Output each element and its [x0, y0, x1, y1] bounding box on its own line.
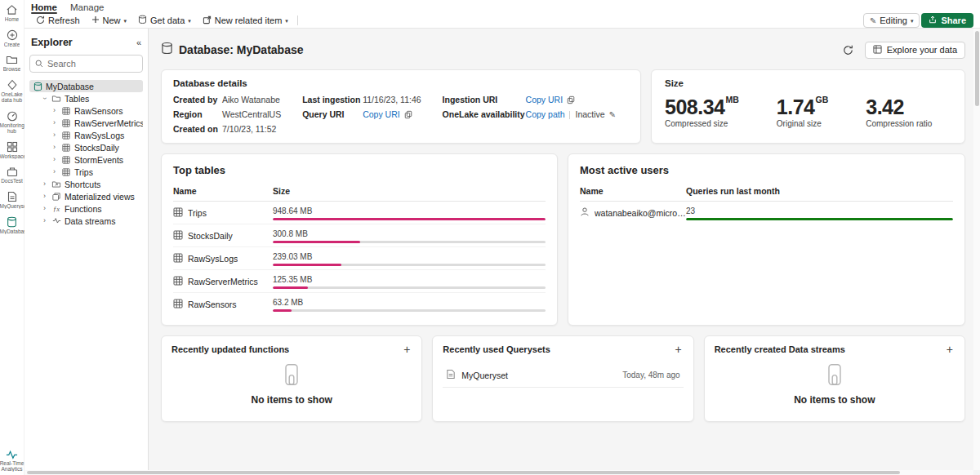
user-row[interactable]: watanabeaiko@microsoft.com 23 [580, 202, 953, 224]
tab-manage[interactable]: Manage [70, 2, 105, 13]
add-queryset-button[interactable]: + [673, 344, 683, 355]
tree-item-functions[interactable]: › ƒx Functions [29, 202, 143, 215]
rail-item-home[interactable]: Home [0, 4, 24, 22]
table-row[interactable]: Trips 948.64 MB [173, 202, 546, 224]
tree-item-mydatabase[interactable]: MyDatabase [29, 80, 143, 92]
rail-item-realtime-analytics[interactable]: Real-Time Analytics [0, 450, 24, 472]
chevron-collapsed-icon[interactable]: › [51, 168, 58, 175]
table-row[interactable]: StocksDaily 300.8 MB [173, 224, 546, 247]
tree-item-table[interactable]: › RawSysLogs [29, 129, 143, 141]
copy-path-link[interactable]: Copy path [526, 109, 565, 120]
tree-item-materialized-views[interactable]: › Materialized views [29, 190, 143, 202]
tree-item-table[interactable]: › StocksDaily [29, 141, 143, 153]
table-icon [61, 119, 71, 127]
table-row[interactable]: RawServerMetrics 125.35 MB [173, 270, 546, 293]
new-button[interactable]: New ▾ [87, 14, 132, 27]
get-data-button[interactable]: Get data ▾ [133, 13, 196, 28]
copy-icon[interactable] [404, 110, 412, 119]
database-details-card: Database details Created byAiko Watanabe… [161, 69, 641, 144]
chevron-collapsed-icon[interactable]: › [41, 193, 48, 200]
explore-your-data-button[interactable]: Explore your data [865, 42, 965, 59]
vertical-scrollbar-thumb[interactable] [975, 31, 979, 106]
explorer-header: Explorer « [29, 37, 143, 55]
column-header-name: Name [173, 186, 273, 196]
main-content: Database: MyDatabase Explore your data D… [149, 29, 980, 475]
chevron-collapsed-icon[interactable]: › [41, 217, 48, 224]
new-related-item-button[interactable]: New related item ▾ [198, 14, 293, 28]
rail-item-onelake-data-hub[interactable]: OneLake data hub [0, 79, 24, 103]
metric-original-size: 1.74GB Original size [777, 95, 828, 128]
edit-pencil-icon[interactable]: ✎ [609, 109, 616, 120]
share-button[interactable]: Share [921, 13, 973, 28]
tree-item-table[interactable]: › StormEvents [29, 153, 143, 166]
app-root: Home Create Browse OneLake data hub Moni… [0, 0, 980, 475]
tree-item-data-streams[interactable]: › Data streams [29, 215, 143, 227]
collapse-panel-icon[interactable]: « [136, 38, 141, 47]
chevron-collapsed-icon[interactable]: › [41, 180, 48, 188]
share-label: Share [941, 16, 966, 25]
rail-item-create[interactable]: Create [0, 29, 24, 47]
queries-bar-track [686, 218, 953, 220]
rail-item-browse[interactable]: Browse [0, 55, 24, 72]
tree-item-shortcuts[interactable]: › Shortcuts [29, 178, 143, 190]
metric-caption: Original size [777, 119, 828, 128]
chevron-collapsed-icon[interactable]: › [51, 131, 58, 139]
rail-item-mydatabase[interactable]: MyDatabase [0, 216, 24, 234]
chevron-collapsed-icon[interactable]: › [51, 144, 58, 151]
horizontal-scrollbar-thumb[interactable] [27, 471, 900, 474]
add-function-button[interactable]: + [402, 344, 412, 355]
field-label: Last ingestion [302, 95, 363, 105]
copy-query-uri-link[interactable]: Copy URI [363, 109, 400, 120]
copy-icon[interactable] [567, 95, 575, 104]
most-active-users-card: Most active users Name Queries run last … [568, 153, 965, 326]
tree-item-table[interactable]: › Trips [29, 166, 143, 178]
chevron-collapsed-icon[interactable]: › [51, 119, 58, 127]
queryset-list-item[interactable]: MyQueryset Today, 48m ago [443, 363, 683, 388]
table-row[interactable]: RawSensors 63.2 MB [173, 293, 546, 315]
tree-item-tables[interactable]: › Tables [29, 92, 143, 104]
chevron-collapsed-icon[interactable]: › [41, 205, 48, 212]
copy-ingestion-uri-link[interactable]: Copy URI [526, 95, 564, 105]
chevron-collapsed-icon[interactable]: › [51, 107, 58, 114]
toolbar: Refresh New ▾ Get data ▾ New related ite… [24, 13, 980, 29]
table-row[interactable]: RawSysLogs 239.03 MB [173, 247, 546, 270]
database-icon [161, 42, 173, 58]
tree-item-table[interactable]: › RawSensors [29, 104, 143, 117]
refresh-button[interactable]: Refresh [31, 14, 85, 28]
card-title: Most active users [580, 164, 953, 176]
rail-item-label: MyQueryset [0, 203, 24, 209]
field-label: Region [173, 109, 222, 120]
tree-item-table[interactable]: › RawServerMetrics [29, 117, 143, 129]
table-icon [61, 156, 71, 164]
rail-item-myqueryset[interactable]: MyQueryset [0, 191, 24, 209]
search-box[interactable] [29, 55, 143, 73]
tab-home[interactable]: Home [31, 2, 57, 13]
refresh-page-button[interactable] [839, 41, 858, 59]
horizontal-scrollbar[interactable] [24, 470, 973, 475]
field-label: OneLake availability [443, 109, 526, 120]
rail-item-monitoring-hub[interactable]: Monitoring hub [0, 110, 24, 134]
metric-caption: Compression ratio [866, 119, 932, 128]
vertical-scrollbar[interactable] [973, 29, 980, 470]
rail-item-workspaces[interactable]: Workspaces [0, 141, 24, 159]
cards-row-3: Recently updated functions + No items to… [161, 335, 965, 422]
details-column-2: Last ingestion11/16/23, 11:46 Query URI … [302, 95, 421, 135]
tables-folder-icon [51, 95, 61, 103]
search-input[interactable] [47, 59, 137, 69]
table-icon [173, 229, 183, 243]
rail-item-docstest[interactable]: DocsTest [0, 166, 24, 184]
metric-value: 3.42 [866, 95, 904, 118]
queryset-icon [7, 191, 17, 202]
menu-bar: Home Manage [24, 0, 980, 13]
add-datastream-button[interactable]: + [945, 344, 955, 355]
rail-item-label: OneLake data hub [0, 91, 24, 103]
tree-item-label: Materialized views [65, 192, 135, 202]
cards-row-1: Database details Created byAiko Watanabe… [161, 69, 965, 144]
editing-dropdown[interactable]: ✎ Editing ▾ [863, 13, 920, 28]
recent-datastreams-panel: Recently created Data streams + No items… [704, 335, 965, 422]
empty-state-text: No items to show [251, 394, 332, 406]
chevron-collapsed-icon[interactable]: › [51, 156, 58, 163]
toolbar-divider [297, 16, 298, 25]
chevron-expanded-icon[interactable]: › [41, 95, 48, 102]
size-bar-fill [273, 309, 292, 312]
